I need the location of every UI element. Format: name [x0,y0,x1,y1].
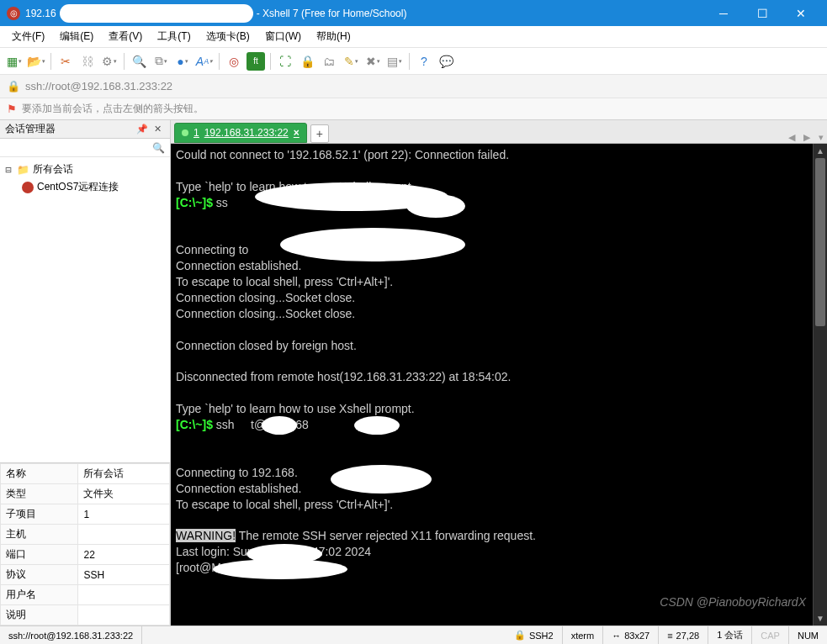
reconnect-icon[interactable]: ✂ [56,52,75,71]
lock2-icon[interactable]: 🗂 [320,52,338,71]
status-address: ssh://root@192.168.31.233:22 [0,626,142,644]
pin-icon[interactable]: 📌 [135,124,150,135]
layout-icon[interactable]: ▤▾ [385,52,404,71]
font-icon[interactable]: AA▾ [195,52,214,71]
session-icon [22,182,34,193]
window-title-prefix: 192.16 [25,8,56,19]
main-area: 会话管理器 📌 ✕ 🔍 ⊟ 📁 所有会话 CentOS7远程连接 名称 所 [0,120,827,626]
prop-row: 端口22 [1,545,170,565]
tab-index: 1 [193,127,199,139]
status-cap: CAP [752,626,789,644]
tree-root-label: 所有会话 [33,162,73,177]
redacted-region [60,4,253,23]
scroll-up-icon[interactable]: ▲ [814,144,827,158]
tab-close-icon[interactable]: × [294,127,300,139]
fullscreen-icon[interactable]: ⛶ [276,52,294,71]
tab-next-icon[interactable]: ▶ [800,132,814,143]
prop-header-row: 名称 所有会话 [1,464,170,484]
tab-strip: 1 192.168.31.233:22 × + ◀ ▶ ▾ [171,120,827,144]
tab-menu-icon[interactable]: ▾ [815,132,827,143]
panel-header: 会话管理器 📌 ✕ [0,120,170,139]
status-pos: ≡ 27,28 [659,626,708,644]
session-manager-panel: 会话管理器 📌 ✕ 🔍 ⊟ 📁 所有会话 CentOS7远程连接 名称 所 [0,120,171,626]
tab-label: 192.168.31.233:22 [204,127,289,139]
close-session-icon[interactable]: ✖▾ [363,52,382,71]
status-sessions: 1 会话 [708,626,752,644]
tree-session-label: CentOS7远程连接 [37,180,119,194]
new-tab-button[interactable]: + [310,124,329,143]
prop-row: 协议SSH [1,565,170,585]
status-size: ↔ 83x27 [603,626,659,644]
terminal-scrollbar[interactable]: ▲ ▼ [813,144,827,626]
scroll-thumb[interactable] [815,158,825,326]
tree-root[interactable]: ⊟ 📁 所有会话 [2,161,168,178]
status-bar: ssh://root@192.168.31.233:22 🔒SSH2 xterm… [0,626,827,644]
menu-window[interactable]: 窗口(W) [258,27,308,46]
toolbar: ▦▾ 📂▾ ✂ ⛓ ⚙▾ 🔍 ⧉▾ ●▾ AA▾ ◎ ft ⛶ 🔒 🗂 ✎▾ ✖… [0,48,827,75]
copy-icon[interactable]: ⧉▾ [151,52,170,71]
properties-icon[interactable]: ⚙▾ [100,52,119,71]
prop-row: 用户名 [1,585,170,605]
menu-help[interactable]: 帮助(H) [310,27,358,46]
prop-name-header: 名称 [1,464,78,484]
help-icon[interactable]: ? [415,52,433,71]
menu-view[interactable]: 查看(V) [102,27,149,46]
window-title-suffix: - Xshell 7 (Free for Home/School) [257,8,407,19]
xftp-icon[interactable]: ft [247,52,265,71]
menu-tools[interactable]: 工具(T) [151,27,197,46]
minimize-button[interactable]: ─ [704,0,743,26]
tree-session-item[interactable]: CentOS7远程连接 [2,178,168,196]
new-session-button[interactable]: ▦▾ [5,52,24,71]
titlebar: ◎ 192.16 - Xshell 7 (Free for Home/Schoo… [0,0,827,26]
folder-icon: 📁 [17,164,29,176]
status-num: NUM [789,626,827,644]
status-proto: 🔒SSH2 [506,626,563,644]
session-tab[interactable]: 1 192.168.31.233:22 × [174,123,307,143]
highlight-icon[interactable]: ✎▾ [342,52,360,71]
find-icon[interactable]: 🔍 [130,52,148,71]
prop-row: 子项目1 [1,504,170,525]
panel-title: 会话管理器 [5,122,56,136]
hint-text: 要添加当前会话，点击左侧的箭头按钮。 [22,102,204,116]
lock-icon: 🔒 [7,80,20,92]
status-term: xterm [563,626,604,644]
maximize-button[interactable]: ☐ [743,0,782,26]
xshell-icon[interactable]: ◎ [225,52,243,71]
menu-edit[interactable]: 编辑(E) [53,27,100,46]
open-button[interactable]: 📂▾ [27,52,45,71]
terminal[interactable]: Could not connect to '192.168.52.1' (por… [171,144,813,626]
paste-icon[interactable]: ●▾ [173,52,192,71]
status-dot-icon [182,129,188,136]
hint-bar: ⚑ 要添加当前会话，点击左侧的箭头按钮。 [0,98,827,120]
menu-file[interactable]: 文件(F) [5,27,51,46]
menubar: 文件(F) 编辑(E) 查看(V) 工具(T) 选项卡(B) 窗口(W) 帮助(… [0,26,827,48]
scroll-down-icon[interactable]: ▼ [814,611,827,626]
prop-row: 主机 [1,525,170,545]
menu-tabs[interactable]: 选项卡(B) [199,27,257,46]
watermark: CSDN @PianoboyRichardX [660,594,806,610]
collapse-icon[interactable]: ⊟ [3,164,13,176]
session-search[interactable]: 🔍 [0,139,170,157]
app-icon: ◎ [7,7,20,20]
tab-prev-icon[interactable]: ◀ [785,132,798,143]
lock1-icon[interactable]: 🔒 [298,52,316,71]
terminal-area: 1 192.168.31.233:22 × + ◀ ▶ ▾ Could not … [171,120,827,626]
prop-row: 类型文件夹 [1,484,170,504]
address-input[interactable] [25,80,820,92]
flag-icon: ⚑ [7,103,17,115]
close-button[interactable]: ✕ [782,0,820,26]
lock-icon: 🔒 [514,630,526,641]
search-icon: 🔍 [152,142,165,154]
prop-value-header: 所有会话 [78,464,170,484]
feedback-icon[interactable]: 💬 [437,52,455,71]
panel-close-icon[interactable]: ✕ [150,124,165,135]
prop-row: 说明 [1,605,170,626]
session-tree: ⊟ 📁 所有会话 CentOS7远程连接 [0,157,170,462]
property-grid: 名称 所有会话 类型文件夹 子项目1 主机 端口22 协议SSH 用户名 说明 [0,462,170,626]
disconnect-icon[interactable]: ⛓ [78,52,97,71]
address-bar: 🔒 [0,75,827,98]
